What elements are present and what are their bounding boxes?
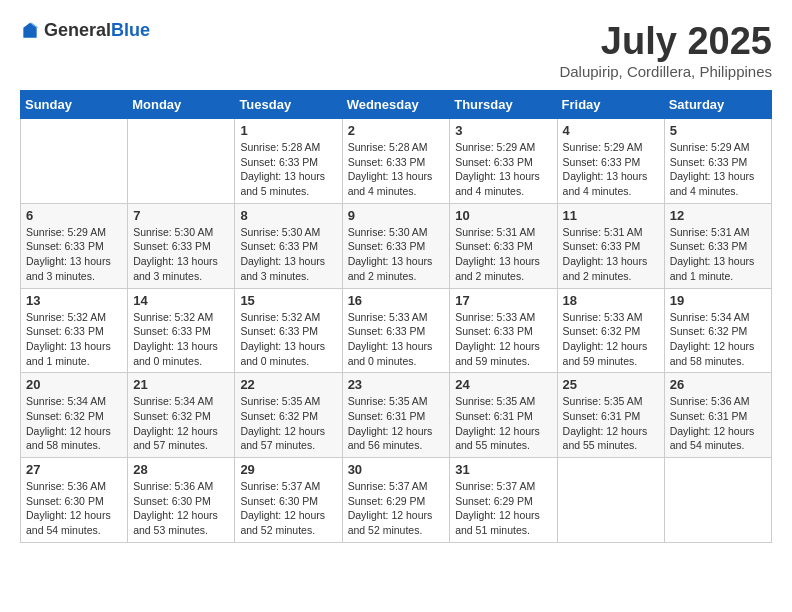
- day-number: 5: [670, 123, 766, 138]
- calendar-day-cell: 1Sunrise: 5:28 AM Sunset: 6:33 PM Daylig…: [235, 119, 342, 204]
- calendar-day-cell: 25Sunrise: 5:35 AM Sunset: 6:31 PM Dayli…: [557, 373, 664, 458]
- day-info: Sunrise: 5:30 AM Sunset: 6:33 PM Dayligh…: [133, 225, 229, 284]
- day-info: Sunrise: 5:36 AM Sunset: 6:30 PM Dayligh…: [26, 479, 122, 538]
- weekday-header: Wednesday: [342, 91, 450, 119]
- calendar-day-cell: 26Sunrise: 5:36 AM Sunset: 6:31 PM Dayli…: [664, 373, 771, 458]
- logo: GeneralBlue: [20, 20, 150, 41]
- calendar-day-cell: 4Sunrise: 5:29 AM Sunset: 6:33 PM Daylig…: [557, 119, 664, 204]
- day-info: Sunrise: 5:37 AM Sunset: 6:29 PM Dayligh…: [348, 479, 445, 538]
- day-number: 18: [563, 293, 659, 308]
- calendar-table: SundayMondayTuesdayWednesdayThursdayFrid…: [20, 90, 772, 543]
- day-number: 22: [240, 377, 336, 392]
- calendar-day-cell: 16Sunrise: 5:33 AM Sunset: 6:33 PM Dayli…: [342, 288, 450, 373]
- calendar-day-cell: 5Sunrise: 5:29 AM Sunset: 6:33 PM Daylig…: [664, 119, 771, 204]
- day-info: Sunrise: 5:29 AM Sunset: 6:33 PM Dayligh…: [26, 225, 122, 284]
- calendar-header-row: SundayMondayTuesdayWednesdayThursdayFrid…: [21, 91, 772, 119]
- day-info: Sunrise: 5:32 AM Sunset: 6:33 PM Dayligh…: [133, 310, 229, 369]
- weekday-header: Monday: [128, 91, 235, 119]
- day-info: Sunrise: 5:28 AM Sunset: 6:33 PM Dayligh…: [348, 140, 445, 199]
- day-number: 31: [455, 462, 551, 477]
- calendar-day-cell: 19Sunrise: 5:34 AM Sunset: 6:32 PM Dayli…: [664, 288, 771, 373]
- calendar-day-cell: 12Sunrise: 5:31 AM Sunset: 6:33 PM Dayli…: [664, 203, 771, 288]
- day-info: Sunrise: 5:35 AM Sunset: 6:31 PM Dayligh…: [563, 394, 659, 453]
- day-info: Sunrise: 5:31 AM Sunset: 6:33 PM Dayligh…: [563, 225, 659, 284]
- calendar-day-cell: [557, 458, 664, 543]
- day-info: Sunrise: 5:35 AM Sunset: 6:32 PM Dayligh…: [240, 394, 336, 453]
- day-info: Sunrise: 5:28 AM Sunset: 6:33 PM Dayligh…: [240, 140, 336, 199]
- calendar-day-cell: 27Sunrise: 5:36 AM Sunset: 6:30 PM Dayli…: [21, 458, 128, 543]
- day-info: Sunrise: 5:34 AM Sunset: 6:32 PM Dayligh…: [670, 310, 766, 369]
- calendar-day-cell: 9Sunrise: 5:30 AM Sunset: 6:33 PM Daylig…: [342, 203, 450, 288]
- calendar-day-cell: 3Sunrise: 5:29 AM Sunset: 6:33 PM Daylig…: [450, 119, 557, 204]
- logo-icon: [20, 21, 40, 41]
- calendar-day-cell: 13Sunrise: 5:32 AM Sunset: 6:33 PM Dayli…: [21, 288, 128, 373]
- calendar-day-cell: 22Sunrise: 5:35 AM Sunset: 6:32 PM Dayli…: [235, 373, 342, 458]
- day-info: Sunrise: 5:29 AM Sunset: 6:33 PM Dayligh…: [670, 140, 766, 199]
- calendar-day-cell: 28Sunrise: 5:36 AM Sunset: 6:30 PM Dayli…: [128, 458, 235, 543]
- calendar-day-cell: 17Sunrise: 5:33 AM Sunset: 6:33 PM Dayli…: [450, 288, 557, 373]
- day-info: Sunrise: 5:34 AM Sunset: 6:32 PM Dayligh…: [133, 394, 229, 453]
- calendar-week-row: 1Sunrise: 5:28 AM Sunset: 6:33 PM Daylig…: [21, 119, 772, 204]
- day-info: Sunrise: 5:31 AM Sunset: 6:33 PM Dayligh…: [670, 225, 766, 284]
- day-number: 11: [563, 208, 659, 223]
- calendar-day-cell: 30Sunrise: 5:37 AM Sunset: 6:29 PM Dayli…: [342, 458, 450, 543]
- logo-text-blue: Blue: [111, 20, 150, 40]
- day-info: Sunrise: 5:30 AM Sunset: 6:33 PM Dayligh…: [240, 225, 336, 284]
- day-number: 6: [26, 208, 122, 223]
- day-number: 12: [670, 208, 766, 223]
- calendar-day-cell: 6Sunrise: 5:29 AM Sunset: 6:33 PM Daylig…: [21, 203, 128, 288]
- calendar-day-cell: 18Sunrise: 5:33 AM Sunset: 6:32 PM Dayli…: [557, 288, 664, 373]
- day-number: 27: [26, 462, 122, 477]
- logo-text-general: General: [44, 20, 111, 40]
- day-info: Sunrise: 5:35 AM Sunset: 6:31 PM Dayligh…: [348, 394, 445, 453]
- day-number: 21: [133, 377, 229, 392]
- day-info: Sunrise: 5:30 AM Sunset: 6:33 PM Dayligh…: [348, 225, 445, 284]
- calendar-day-cell: 11Sunrise: 5:31 AM Sunset: 6:33 PM Dayli…: [557, 203, 664, 288]
- day-number: 4: [563, 123, 659, 138]
- day-info: Sunrise: 5:36 AM Sunset: 6:30 PM Dayligh…: [133, 479, 229, 538]
- day-info: Sunrise: 5:34 AM Sunset: 6:32 PM Dayligh…: [26, 394, 122, 453]
- day-number: 7: [133, 208, 229, 223]
- calendar-week-row: 6Sunrise: 5:29 AM Sunset: 6:33 PM Daylig…: [21, 203, 772, 288]
- day-info: Sunrise: 5:32 AM Sunset: 6:33 PM Dayligh…: [26, 310, 122, 369]
- weekday-header: Saturday: [664, 91, 771, 119]
- day-info: Sunrise: 5:35 AM Sunset: 6:31 PM Dayligh…: [455, 394, 551, 453]
- day-number: 26: [670, 377, 766, 392]
- day-info: Sunrise: 5:33 AM Sunset: 6:32 PM Dayligh…: [563, 310, 659, 369]
- month-title: July 2025: [559, 20, 772, 63]
- day-info: Sunrise: 5:31 AM Sunset: 6:33 PM Dayligh…: [455, 225, 551, 284]
- day-info: Sunrise: 5:36 AM Sunset: 6:31 PM Dayligh…: [670, 394, 766, 453]
- day-number: 13: [26, 293, 122, 308]
- day-number: 1: [240, 123, 336, 138]
- calendar-day-cell: 10Sunrise: 5:31 AM Sunset: 6:33 PM Dayli…: [450, 203, 557, 288]
- calendar-day-cell: 7Sunrise: 5:30 AM Sunset: 6:33 PM Daylig…: [128, 203, 235, 288]
- calendar-day-cell: 31Sunrise: 5:37 AM Sunset: 6:29 PM Dayli…: [450, 458, 557, 543]
- day-number: 28: [133, 462, 229, 477]
- day-number: 10: [455, 208, 551, 223]
- calendar-day-cell: 14Sunrise: 5:32 AM Sunset: 6:33 PM Dayli…: [128, 288, 235, 373]
- day-number: 3: [455, 123, 551, 138]
- day-info: Sunrise: 5:33 AM Sunset: 6:33 PM Dayligh…: [455, 310, 551, 369]
- day-number: 30: [348, 462, 445, 477]
- calendar-day-cell: 29Sunrise: 5:37 AM Sunset: 6:30 PM Dayli…: [235, 458, 342, 543]
- day-number: 20: [26, 377, 122, 392]
- day-number: 9: [348, 208, 445, 223]
- calendar-day-cell: [128, 119, 235, 204]
- day-info: Sunrise: 5:32 AM Sunset: 6:33 PM Dayligh…: [240, 310, 336, 369]
- location-title: Dalupirip, Cordillera, Philippines: [559, 63, 772, 80]
- calendar-week-row: 20Sunrise: 5:34 AM Sunset: 6:32 PM Dayli…: [21, 373, 772, 458]
- weekday-header: Friday: [557, 91, 664, 119]
- calendar-day-cell: 8Sunrise: 5:30 AM Sunset: 6:33 PM Daylig…: [235, 203, 342, 288]
- calendar-day-cell: [664, 458, 771, 543]
- calendar-day-cell: 23Sunrise: 5:35 AM Sunset: 6:31 PM Dayli…: [342, 373, 450, 458]
- calendar-day-cell: 20Sunrise: 5:34 AM Sunset: 6:32 PM Dayli…: [21, 373, 128, 458]
- calendar-day-cell: 24Sunrise: 5:35 AM Sunset: 6:31 PM Dayli…: [450, 373, 557, 458]
- day-info: Sunrise: 5:29 AM Sunset: 6:33 PM Dayligh…: [455, 140, 551, 199]
- title-area: July 2025 Dalupirip, Cordillera, Philipp…: [559, 20, 772, 80]
- calendar-day-cell: 2Sunrise: 5:28 AM Sunset: 6:33 PM Daylig…: [342, 119, 450, 204]
- weekday-header: Sunday: [21, 91, 128, 119]
- day-number: 23: [348, 377, 445, 392]
- day-info: Sunrise: 5:33 AM Sunset: 6:33 PM Dayligh…: [348, 310, 445, 369]
- day-number: 25: [563, 377, 659, 392]
- day-number: 15: [240, 293, 336, 308]
